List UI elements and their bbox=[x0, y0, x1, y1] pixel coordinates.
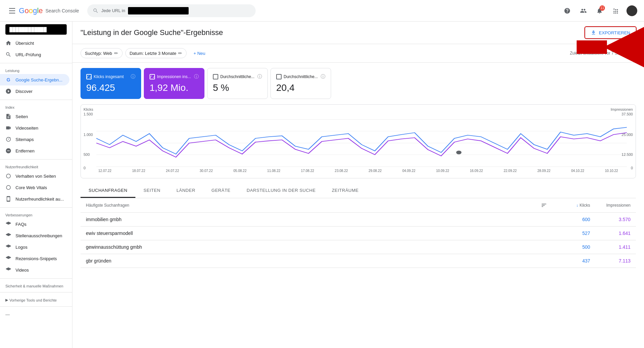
table-row[interactable]: ewiv steuersparmodell 527 1.641 bbox=[80, 227, 636, 240]
sidebar-item-google-suche[interactable]: G Google Suche-Ergebn... bbox=[0, 74, 69, 85]
x-label-6: 17.08.22 bbox=[301, 169, 314, 173]
row-clicks-1: 527 bbox=[550, 231, 590, 236]
table-row[interactable]: gewinnausschüttung gmbh 500 1.411 bbox=[80, 240, 636, 254]
sidebar-label-entfernen: Entfernen bbox=[15, 148, 34, 153]
svg-rect-8 bbox=[577, 40, 607, 54]
sidebar: ████████████ Übersicht URL-Prüfung Leist… bbox=[0, 22, 72, 348]
position-info-icon[interactable]: ⓘ bbox=[321, 74, 325, 80]
help-button[interactable] bbox=[560, 4, 574, 18]
position-checkbox[interactable] bbox=[276, 74, 282, 79]
x-label-2: 24.07.22 bbox=[166, 169, 179, 173]
sidebar-item-videoseiten[interactable]: Videoseiten bbox=[0, 122, 69, 134]
notification-button[interactable]: 11 bbox=[593, 4, 606, 18]
tab-gerate[interactable]: GERÄTE bbox=[203, 184, 238, 198]
sidebar-item-sitemaps[interactable]: Sitemaps bbox=[0, 134, 69, 145]
chart-svg bbox=[96, 119, 627, 167]
videos-verb-icon bbox=[5, 267, 11, 273]
sidebar-item-stellen[interactable]: Stellenausschreibungen bbox=[0, 230, 69, 241]
section-label-verbesserungen: Verbesserungen bbox=[0, 210, 72, 218]
row-clicks-3: 437 bbox=[550, 258, 590, 264]
search-bar[interactable]: Jede URL in bbox=[87, 4, 256, 17]
row-query-1: ewiv steuersparmodell bbox=[86, 231, 550, 236]
sidebar-item-entfernen[interactable]: Entfernen bbox=[0, 145, 69, 156]
x-label-15: 10.10.22 bbox=[605, 169, 618, 173]
people-button[interactable] bbox=[577, 4, 590, 18]
sidebar-label-verhalten: Verhalten von Seiten bbox=[15, 174, 56, 179]
tab-darstellung[interactable]: DARSTELLUNG IN DER SUCHE bbox=[238, 184, 324, 198]
metric-card-impressionen[interactable]: ✓ Impressionen ins... ⓘ 1,92 Mio. bbox=[144, 68, 204, 99]
property-selector[interactable]: ████████████ bbox=[0, 22, 72, 37]
sidebar-item-logos[interactable]: Logos bbox=[0, 241, 69, 253]
avatar bbox=[626, 5, 637, 16]
apps-button[interactable] bbox=[609, 4, 622, 18]
tabs-container: SUCHANFRAGEN SEITEN LÄNDER GERÄTE DARSTE… bbox=[80, 184, 636, 198]
x-axis: 12.07.22 18.07.22 24.07.22 30.07.22 05.0… bbox=[86, 169, 630, 173]
klicks-checkbox[interactable]: ✓ bbox=[86, 74, 92, 79]
klicks-info-icon[interactable]: ⓘ bbox=[131, 74, 135, 80]
sidebar-item-discover[interactable]: Discover bbox=[0, 85, 69, 97]
search-redacted bbox=[128, 7, 189, 14]
header: Google Search Console Jede URL in 11 bbox=[0, 0, 644, 22]
apps-icon bbox=[612, 7, 619, 14]
sidebar-label-rezensions: Rezensions-Snippets bbox=[15, 256, 57, 261]
section-label-leistung: Leistung bbox=[0, 66, 72, 74]
menu-button[interactable] bbox=[5, 4, 19, 18]
metric-card-ctr[interactable]: Durchschnittliche... ⓘ 5 % bbox=[207, 68, 268, 99]
filter-datum[interactable]: Datum: Letzte 3 Monate ✏ bbox=[125, 48, 187, 58]
people-icon bbox=[580, 7, 587, 14]
sidebar-item-url-prufung[interactable]: URL-Prüfung bbox=[0, 49, 69, 60]
sidebar-item-nutzerfreundlichkeit[interactable]: Nutzerfreundlichkeit au... bbox=[0, 193, 69, 205]
x-label-13: 28.09.22 bbox=[537, 169, 550, 173]
sidebar-label-videoseiten: Videoseiten bbox=[15, 126, 38, 131]
y-left-low: 500 bbox=[84, 152, 90, 156]
y-right-mid: 25.000 bbox=[621, 133, 633, 137]
metric-card-position[interactable]: Durchschnittliche... ⓘ 20,4 bbox=[270, 68, 331, 99]
sidebar-item-core-web[interactable]: Core Web Vitals bbox=[0, 182, 69, 193]
sort-icon: ↓ bbox=[576, 203, 578, 208]
metric-impressionen-label: Impressionen ins... bbox=[157, 74, 191, 79]
add-filter-button[interactable]: + Neu bbox=[189, 49, 209, 58]
row-clicks-2: 500 bbox=[550, 244, 590, 250]
chart-tooltip-point[interactable] bbox=[456, 150, 461, 154]
impressionen-info-icon[interactable]: ⓘ bbox=[194, 74, 199, 80]
sidebar-item-faqs[interactable]: FAQs bbox=[0, 218, 69, 230]
logos-icon bbox=[5, 244, 11, 250]
sidebar-label-seiten: Seiten bbox=[15, 114, 28, 119]
discover-icon bbox=[5, 88, 11, 94]
sidebar-item-rezensions[interactable]: Rezensions-Snippets bbox=[0, 253, 69, 264]
tab-suchanfragen[interactable]: SUCHANFRAGEN bbox=[80, 184, 135, 198]
account-button[interactable] bbox=[625, 4, 639, 18]
help-icon bbox=[564, 7, 571, 14]
logo: Google Search Console bbox=[19, 6, 79, 15]
sidebar-bottom: — bbox=[0, 309, 72, 320]
arrow-svg bbox=[577, 27, 644, 67]
sidebar-item-verhalten[interactable]: Verhalten von Seiten bbox=[0, 170, 69, 182]
filter-suchtyp[interactable]: Suchtyp: Web ✏ bbox=[80, 48, 123, 58]
tab-zeitraume[interactable]: ZEITRÄUME bbox=[324, 184, 367, 198]
ctr-info-icon[interactable]: ⓘ bbox=[257, 74, 262, 80]
metric-card-klicks[interactable]: ✓ Klicks insgesamt ⓘ 96.425 bbox=[80, 68, 141, 99]
table-row[interactable]: gbr gründen 437 7.113 bbox=[80, 254, 636, 268]
row-clicks-0: 600 bbox=[550, 217, 590, 222]
col-header-clicks[interactable]: ↓ Klicks bbox=[550, 203, 590, 208]
core-web-icon bbox=[5, 184, 11, 190]
divider-vorherige bbox=[0, 292, 72, 292]
impressionen-checkbox[interactable]: ✓ bbox=[150, 74, 155, 79]
filter-table-icon-wrap[interactable] bbox=[541, 202, 547, 208]
ctr-checkbox[interactable] bbox=[213, 74, 218, 79]
y-right-zero: 0 bbox=[631, 166, 633, 170]
table-row[interactable]: immobilien gmbh 600 3.570 bbox=[80, 213, 636, 227]
property-button[interactable]: ████████████ bbox=[5, 24, 67, 35]
sidebar-item-ubersicht[interactable]: Übersicht bbox=[0, 37, 69, 49]
metric-position-value: 20,4 bbox=[276, 82, 325, 93]
home-icon bbox=[5, 40, 11, 46]
tab-seiten[interactable]: SEITEN bbox=[135, 184, 168, 198]
sidebar-item-videos-verb[interactable]: Videos bbox=[0, 264, 69, 276]
tab-lander[interactable]: LÄNDER bbox=[168, 184, 203, 198]
metric-position-label: Durchschnittliche... bbox=[284, 74, 318, 79]
sidebar-item-seiten[interactable]: Seiten bbox=[0, 111, 69, 122]
metric-ctr-value: 5 % bbox=[213, 82, 262, 93]
metric-ctr-label-row: Durchschnittliche... ⓘ bbox=[213, 74, 262, 80]
divider-verbesserungen bbox=[0, 207, 72, 208]
col-header-impressions[interactable]: Impressionen bbox=[590, 203, 631, 208]
